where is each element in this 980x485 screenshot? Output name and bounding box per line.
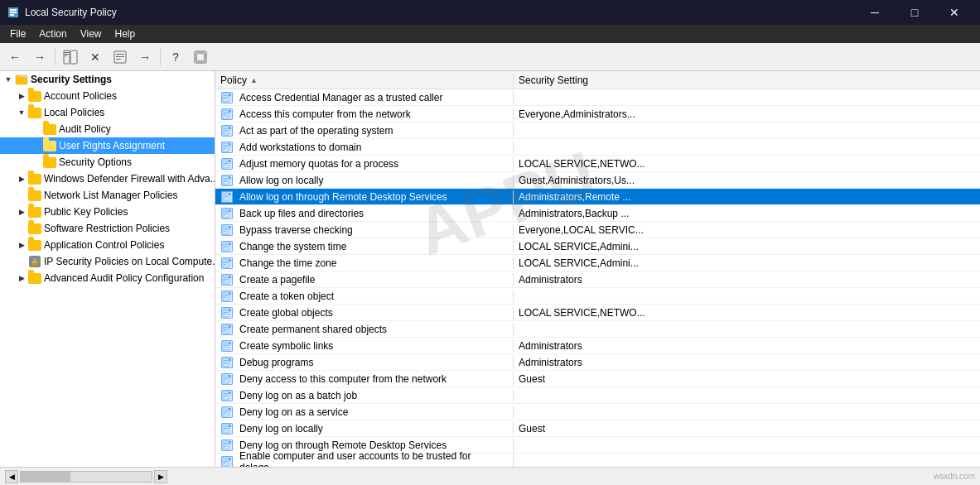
policy-cell: Enable computer and user accounts to be … xyxy=(215,450,514,468)
security-options-folder-icon xyxy=(43,156,56,169)
horizontal-scrollbar[interactable] xyxy=(20,471,152,483)
properties-button[interactable] xyxy=(109,46,132,68)
table-row[interactable]: Enable computer and user accounts to be … xyxy=(215,454,980,467)
svg-rect-121 xyxy=(224,377,228,377)
tree-advanced-audit[interactable]: ▶ Advanced Audit Policy Configuration xyxy=(0,270,215,286)
svg-rect-45 xyxy=(224,165,226,166)
table-row[interactable]: Allow log on locally Guest,Administrator… xyxy=(215,172,980,189)
table-row[interactable]: Deny log on as a batch job xyxy=(215,387,980,404)
table-row[interactable]: Debug programs Administrators xyxy=(215,354,980,371)
tree-local-policies[interactable]: ▼ Local Policies xyxy=(0,104,215,121)
table-row[interactable]: Allow log on through Remote Desktop Serv… xyxy=(215,189,980,205)
policy-cell: Deny access to this computer from the ne… xyxy=(215,372,514,386)
policy-doc-icon xyxy=(220,240,234,253)
svg-rect-19 xyxy=(224,95,228,96)
minimize-button[interactable]: ─ xyxy=(856,0,894,25)
svg-rect-20 xyxy=(224,97,228,98)
policy-cell: Deny log on as a batch job xyxy=(215,389,514,402)
table-row[interactable]: Access this computer from the network Ev… xyxy=(215,106,980,122)
table-row[interactable]: Access Credential Manager as a trusted c… xyxy=(215,89,980,106)
menu-help[interactable]: Help xyxy=(109,26,142,41)
forward-button[interactable]: → xyxy=(28,46,51,68)
tree-panel[interactable]: ▼ Security Settings ▶ Account Policies xyxy=(0,71,215,467)
tree-root[interactable]: ▼ Security Settings xyxy=(0,71,215,88)
setting-column-header[interactable]: Security Setting xyxy=(514,74,980,86)
tree-audit-policy[interactable]: ▶ Audit Policy xyxy=(0,121,215,137)
policy-table[interactable]: Policy ▲ Security Setting xyxy=(215,71,980,467)
tree-security-options[interactable]: ▶ Security Options xyxy=(0,154,215,170)
table-row[interactable]: Change the system time LOCAL SERVICE,Adm… xyxy=(215,238,980,255)
tree-user-rights[interactable]: ▶ User Rights Assignment xyxy=(0,137,215,154)
policy-column-header[interactable]: Policy ▲ xyxy=(215,74,514,86)
advanced-audit-folder-icon xyxy=(28,271,41,285)
close-button[interactable]: ✕ xyxy=(935,0,973,25)
svg-rect-91 xyxy=(224,294,228,295)
delete-button[interactable]: ✕ xyxy=(84,46,107,68)
help-button[interactable]: ? xyxy=(164,46,187,68)
tree-public-key[interactable]: ▶ Public Key Policies xyxy=(0,204,215,220)
network-folder-icon xyxy=(28,189,41,202)
policy-doc-icon xyxy=(220,323,234,336)
svg-rect-104 xyxy=(224,329,228,329)
policy-cell: Debug programs xyxy=(215,356,514,369)
software-folder-icon xyxy=(28,222,41,235)
svg-rect-80 xyxy=(224,262,228,263)
menu-view[interactable]: View xyxy=(74,26,109,41)
maximize-button[interactable]: □ xyxy=(896,0,934,25)
table-row[interactable]: Adjust memory quotas for a process LOCAL… xyxy=(215,156,980,172)
table-row[interactable]: Back up files and directories Administra… xyxy=(215,205,980,222)
tree-network-list[interactable]: ▶ Network List Manager Policies xyxy=(0,187,215,204)
svg-rect-14 xyxy=(196,53,205,61)
show-hide-tree-button[interactable] xyxy=(59,46,82,68)
svg-rect-67 xyxy=(224,228,228,228)
policy-doc-icon xyxy=(220,306,234,319)
table-row[interactable]: Deny log on locally Guest xyxy=(215,420,980,437)
table-row[interactable]: Change the time zone LOCAL SERVICE,Admin… xyxy=(215,255,980,271)
svg-rect-30 xyxy=(223,127,229,135)
svg-rect-103 xyxy=(224,327,228,328)
menu-file[interactable]: File xyxy=(3,26,32,41)
back-button[interactable]: ← xyxy=(3,46,27,68)
tree-software-restriction[interactable]: ▶ Software Restriction Policies xyxy=(0,220,215,237)
svg-rect-134 xyxy=(224,411,228,412)
account-folder-icon xyxy=(28,89,41,103)
table-row[interactable]: Add workstations to domain xyxy=(215,139,980,156)
svg-rect-7 xyxy=(65,54,69,55)
menu-action[interactable]: Action xyxy=(32,26,73,41)
setting-cell: Administrators xyxy=(514,357,980,368)
table-row[interactable]: Bypass traverse checking Everyone,LOCAL … xyxy=(215,222,980,238)
tree-ip-security[interactable]: ▶ 🔒 IP Security Policies on Local Comput… xyxy=(0,253,215,270)
svg-rect-3 xyxy=(10,14,14,16)
setting-cell: Guest,Administrators,Us... xyxy=(514,175,980,186)
tree-firewall[interactable]: ▶ Windows Defender Firewall with Adva... xyxy=(0,170,215,187)
filter-button[interactable] xyxy=(189,46,212,68)
table-row[interactable]: Create symbolic links Administrators xyxy=(215,338,980,354)
tree-app-control[interactable]: ▶ Application Control Policies xyxy=(0,237,215,253)
export-button[interactable]: → xyxy=(133,46,157,68)
svg-marker-34 xyxy=(229,127,231,129)
table-row[interactable]: Act as part of the operating system xyxy=(215,122,980,139)
svg-rect-68 xyxy=(224,229,228,230)
policy-doc-icon xyxy=(220,406,234,419)
root-arrow: ▼ xyxy=(2,73,15,86)
svg-rect-6 xyxy=(65,52,69,53)
table-row[interactable]: Create global objects LOCAL SERVICE,NETW… xyxy=(215,305,980,321)
table-row[interactable]: Create permanent shared objects xyxy=(215,321,980,338)
scroll-left-button[interactable]: ◀ xyxy=(5,470,18,483)
table-row[interactable]: Deny access to this computer from the ne… xyxy=(215,371,980,387)
table-row[interactable]: Create a token object xyxy=(215,288,980,305)
setting-cell: LOCAL SERVICE,NETWO... xyxy=(514,158,980,170)
svg-rect-84 xyxy=(223,276,229,284)
setting-cell: Guest xyxy=(514,373,980,385)
policy-doc-icon xyxy=(220,273,234,286)
svg-marker-149 xyxy=(229,441,231,444)
svg-rect-87 xyxy=(224,281,226,281)
svg-rect-96 xyxy=(223,309,229,317)
svg-rect-152 xyxy=(224,461,228,462)
table-row[interactable]: Deny log on as a service xyxy=(215,404,980,420)
setting-cell: Administrators,Backup ... xyxy=(514,208,980,219)
scroll-right-button[interactable]: ▶ xyxy=(154,470,167,483)
svg-rect-153 xyxy=(224,463,226,463)
tree-account-policies[interactable]: ▶ Account Policies xyxy=(0,88,215,104)
table-row[interactable]: Create a pagefile Administrators xyxy=(215,271,980,288)
